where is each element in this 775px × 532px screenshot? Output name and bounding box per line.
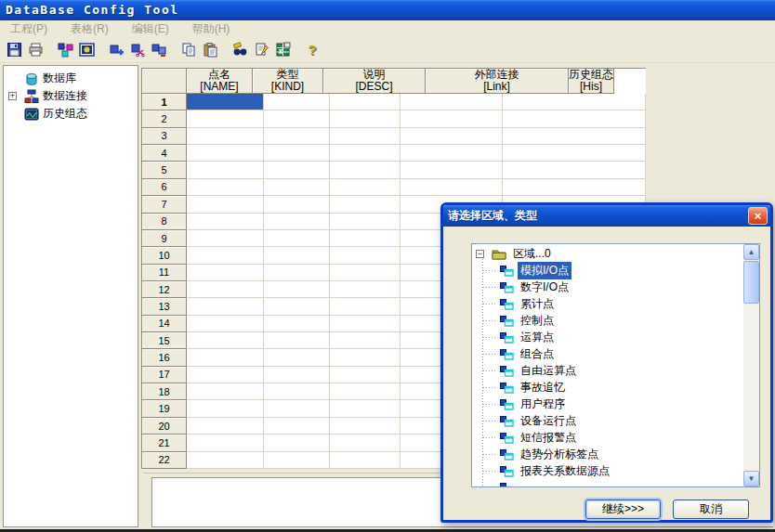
row-header[interactable]: 5 [142,162,187,178]
tree-item[interactable]: 数字I/O点 [472,279,743,295]
cell-name[interactable] [187,298,264,315]
cell-desc[interactable] [330,179,401,196]
cell-kind[interactable] [264,332,330,349]
tree-item-partial[interactable] [472,479,743,487]
cell-name[interactable] [187,247,264,264]
cell-desc[interactable] [330,94,401,110]
print-icon[interactable] [26,41,45,59]
tree-item[interactable]: 组合点 [472,345,743,362]
cell-kind[interactable] [264,400,330,417]
cell-desc[interactable] [330,281,401,298]
sidebar-item-history[interactable]: 历史组态 [4,105,138,123]
tree-item[interactable]: 短信报警点 [472,429,743,446]
cell-desc[interactable] [330,145,401,162]
cell-desc[interactable] [330,316,401,332]
row-header[interactable]: 7 [142,196,187,213]
cell-his[interactable] [503,179,646,196]
cell-kind[interactable] [264,265,330,281]
cell-desc[interactable] [330,265,401,281]
cell-kind[interactable] [264,179,330,196]
row-header[interactable]: 17 [142,367,187,383]
cell-desc[interactable] [330,367,401,383]
cell-name[interactable] [187,128,264,145]
cell-kind[interactable] [264,230,330,247]
cell-kind[interactable] [264,110,330,127]
sidebar-item-connection[interactable]: 数据连接 [4,87,138,105]
cell-kind[interactable] [264,145,330,162]
row-header[interactable]: 1 [142,94,187,110]
cell-name[interactable] [187,400,264,417]
tree-root-area[interactable]: 区域...0 [472,245,743,262]
cell-link[interactable] [401,162,503,178]
cell-link[interactable] [401,110,503,127]
row-header[interactable]: 22 [142,452,187,469]
tree-item[interactable]: 自由运算点 [472,362,743,379]
add-point-icon[interactable] [107,41,125,59]
menu-item[interactable]: 帮助(H) [187,21,236,37]
cell-desc[interactable] [330,332,401,349]
row-header[interactable]: 8 [142,214,187,230]
tree-item[interactable]: 趋势分析标签点 [472,446,743,462]
tree-item[interactable]: 报表关系数据源点 [472,462,743,479]
tree-item[interactable]: 模拟I/O点 [472,262,743,279]
row-header[interactable]: 11 [142,265,187,281]
cell-desc[interactable] [330,196,401,213]
cell-desc[interactable] [330,298,401,315]
tree-item[interactable]: 运算点 [472,329,743,345]
save-icon[interactable] [5,41,23,59]
row-header[interactable]: 19 [142,400,187,417]
cell-desc[interactable] [330,435,401,451]
cell-his[interactable] [503,145,646,162]
cell-desc[interactable] [330,128,401,145]
cell-name[interactable] [187,214,264,230]
sidebar-item-database[interactable]: 数据库 [4,70,138,87]
row-header[interactable]: 3 [142,128,187,145]
help-icon[interactable] [303,41,322,59]
expand-icon[interactable] [8,92,17,100]
cell-name[interactable] [187,435,264,451]
cell-kind[interactable] [264,162,330,178]
cell-desc[interactable] [330,230,401,247]
cell-desc[interactable] [330,383,401,400]
scroll-up-icon[interactable] [743,244,759,260]
table-corner-cell[interactable] [142,69,187,94]
tree-item[interactable]: 用户程序 [472,396,743,412]
scrollbar[interactable] [743,244,759,487]
cell-name[interactable] [187,94,264,110]
cancel-button[interactable]: 取消 [673,500,749,519]
cell-name[interactable] [187,162,264,178]
paste-icon[interactable] [201,41,219,59]
row-header[interactable]: 14 [142,316,187,332]
cell-link[interactable] [401,179,503,196]
cell-kind[interactable] [264,94,330,110]
cell-desc[interactable] [330,418,401,435]
tree-item[interactable]: 事故追忆 [472,379,743,396]
excel-icon[interactable] [273,41,292,59]
cell-kind[interactable] [264,383,330,400]
cell-desc[interactable] [330,214,401,230]
cell-kind[interactable] [264,128,330,145]
column-header[interactable]: 说明 [DESC] [323,69,426,94]
row-header[interactable]: 21 [142,435,187,451]
cell-name[interactable] [187,332,264,349]
link-blocks-icon[interactable] [56,41,74,59]
tree-item[interactable]: 控制点 [472,312,743,329]
cell-desc[interactable] [330,452,401,469]
cell-name[interactable] [187,110,264,127]
row-header[interactable]: 18 [142,383,187,400]
cell-kind[interactable] [264,418,330,435]
column-header[interactable]: 历史组态 [His] [569,69,614,94]
row-header[interactable]: 13 [142,298,187,315]
cell-kind[interactable] [264,196,330,213]
cell-kind[interactable] [264,281,330,298]
export-icon[interactable] [252,41,270,59]
cell-his[interactable] [503,94,646,110]
continue-button[interactable]: 继续>>> [585,500,661,519]
copy-icon[interactable] [179,41,198,59]
collapse-icon[interactable] [476,250,484,258]
cell-name[interactable] [187,145,264,162]
cut-point-icon[interactable] [128,41,147,59]
column-header[interactable]: 类型 [KIND] [253,69,323,94]
column-header[interactable]: 外部连接 [Link] [426,69,569,94]
close-icon[interactable] [748,207,768,225]
